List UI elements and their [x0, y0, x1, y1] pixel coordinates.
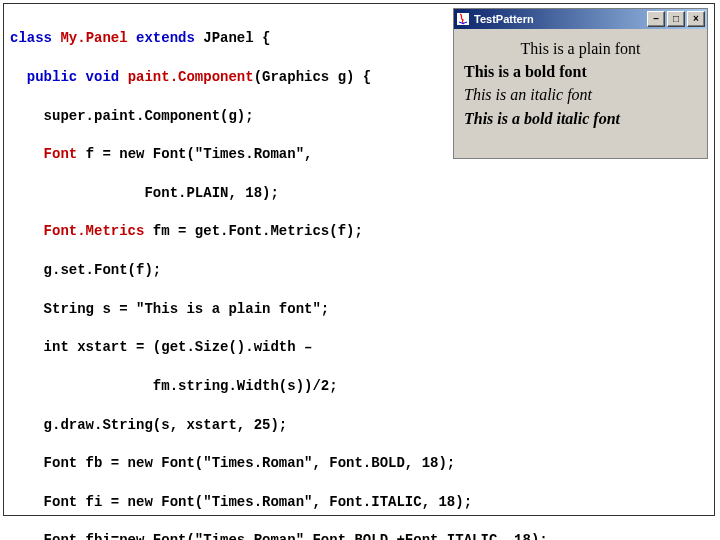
keyword-publicvoid: public void	[10, 69, 128, 85]
close-button[interactable]: ×	[687, 11, 705, 27]
demo-window: TestPattern – □ × This is a plain font T…	[453, 8, 708, 159]
type-font: Font	[44, 146, 86, 162]
code-line: Font fi = new Font("Times.Roman", Font.I…	[10, 493, 708, 512]
code-line: Font fbi=new Font("Times.Roman",Font.BOL…	[10, 531, 708, 540]
classname: My.Panel	[60, 30, 136, 46]
close-icon: ×	[693, 14, 699, 24]
java-app-icon	[456, 12, 470, 26]
italic-font-sample: This is an italic font	[458, 85, 703, 104]
plain-font-sample: This is a plain font	[458, 39, 703, 58]
keyword-class: class	[10, 30, 60, 46]
titlebar[interactable]: TestPattern – □ ×	[454, 9, 707, 29]
minimize-button[interactable]: –	[647, 11, 665, 27]
code-text: fm = get.Font.Metrics(f);	[153, 223, 363, 239]
code-text: f = new Font("Times.Roman",	[86, 146, 313, 162]
code-line: Font.PLAIN, 18);	[10, 184, 708, 203]
window-title: TestPattern	[474, 13, 647, 25]
keyword-extends: extends	[136, 30, 203, 46]
bold-italic-font-sample: This is a bold italic font	[458, 109, 703, 128]
code-line: int xstart = (get.Size().width –	[10, 338, 708, 357]
code-line: g.draw.String(s, xstart, 25);	[10, 416, 708, 435]
code-text: JPanel {	[203, 30, 270, 46]
code-line: String s = "This is a plain font";	[10, 300, 708, 319]
maximize-icon: □	[673, 14, 679, 24]
code-text	[10, 146, 44, 162]
slide-frame: class My.Panel extends JPanel { public v…	[3, 3, 715, 516]
code-text: (Graphics g) {	[254, 69, 372, 85]
code-line: Font fb = new Font("Times.Roman", Font.B…	[10, 454, 708, 473]
bold-font-sample: This is a bold font	[458, 62, 703, 81]
window-buttons: – □ ×	[647, 11, 705, 27]
demo-body: This is a plain font This is a bold font…	[454, 29, 707, 158]
code-text	[10, 223, 44, 239]
methodname: paint.Component	[128, 69, 254, 85]
code-line: Font.Metrics fm = get.Font.Metrics(f);	[10, 222, 708, 241]
code-line: fm.string.Width(s))/2;	[10, 377, 708, 396]
type-fontmetrics: Font.Metrics	[44, 223, 153, 239]
code-line: g.set.Font(f);	[10, 261, 708, 280]
maximize-button[interactable]: □	[667, 11, 685, 27]
minimize-icon: –	[653, 14, 659, 24]
